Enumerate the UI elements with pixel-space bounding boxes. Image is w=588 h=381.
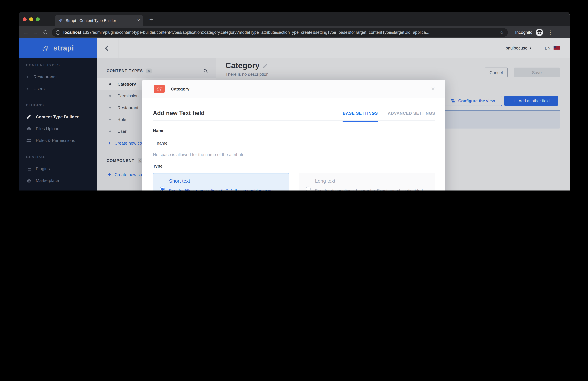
site-info-icon[interactable] [56,30,60,35]
option-short-text[interactable]: Short text Best for titles, names, links… [153,173,289,191]
option-description: Best for titles, names, links (URL). It … [169,187,284,191]
forward-icon[interactable]: → [33,30,38,35]
minimize-window-button[interactable] [29,17,33,21]
tab-title: Strapi - Content Type Builder [66,18,135,23]
modal-title: Add new Text field [153,110,205,117]
zoom-window-button[interactable] [36,17,40,21]
browser-tab[interactable]: Strapi - Content Type Builder ✕ [55,15,143,26]
name-label: Name [153,128,165,133]
browser-toolbar: ← → localhost:1337/admin/plugins/content… [19,26,570,38]
new-tab-button[interactable]: + [149,16,153,23]
modal-header: CT Category ✕ [142,80,445,98]
screen: Strapi - Content Type Builder ✕ + ← → lo… [0,0,588,191]
strapi-favicon-icon [58,18,63,23]
name-input[interactable] [153,138,289,148]
divider [153,120,435,121]
back-icon[interactable]: ← [23,30,29,35]
window-controls [23,17,40,21]
option-long-text[interactable]: Long text Best for descriptions, biograp… [299,173,435,191]
radio-selected-icon[interactable] [160,187,165,191]
bookmark-star-icon[interactable]: ☆ [500,29,504,35]
browser-tab-bar: Strapi - Content Type Builder ✕ + [19,12,570,26]
add-field-modal: CT Category ✕ Add new Text field BASE SE… [142,80,445,191]
close-window-button[interactable] [23,17,27,21]
close-icon[interactable]: ✕ [431,86,435,92]
option-description: Best for descriptions, biography. Exact … [315,187,430,191]
strapi-app: strapi CONTENT TYPES Restaurants Users P… [19,38,570,191]
type-label: Type [153,164,163,169]
close-tab-icon[interactable]: ✕ [137,18,140,23]
incognito-icon [536,28,543,36]
option-title: Long text [315,178,335,184]
browser-menu-icon[interactable]: ⋮ [548,29,553,35]
content-type-badge: CT [154,85,165,93]
incognito-label: Incognito [515,30,533,35]
radio-unselected-icon[interactable] [306,187,311,191]
modal-entity-name: Category [171,86,189,91]
browser-window: Strapi - Content Type Builder ✕ + ← → lo… [19,12,570,191]
reload-icon[interactable] [43,30,48,35]
name-helper-text: No space is allowed for the name of the … [153,152,244,157]
url-bar[interactable]: localhost:1337/admin/plugins/content-typ… [52,28,508,37]
url-text: localhost:1337/admin/plugins/content-typ… [63,30,497,35]
option-title: Short text [169,178,190,184]
